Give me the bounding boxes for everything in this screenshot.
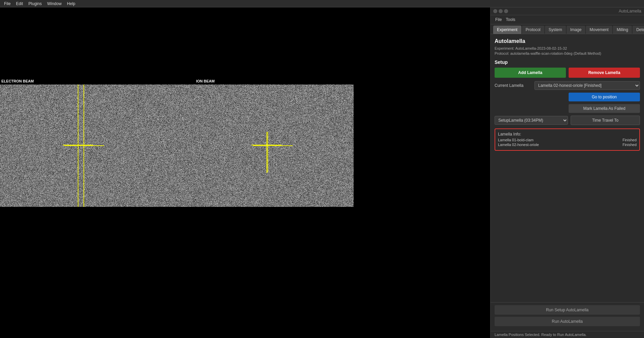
mark-failed-btn[interactable]: Mark Lamella As Failed [569,104,640,113]
add-remove-row: Add Lamella Remove Lamella [495,68,640,78]
go-to-position-row: Go to position [495,93,640,101]
current-lamella-dropdown[interactable]: Lamella 02-honest-oriole [Finished] [534,81,640,90]
window-maximize-btn[interactable] [504,9,508,13]
panel-title: Autolamella [495,38,640,44]
menu-plugins[interactable]: Plugins [26,1,44,7]
add-lamella-btn[interactable]: Add Lamella [495,68,566,78]
lamella-0-name: Lamella 01-bold-clam [498,138,533,142]
menu-file[interactable]: File [1,1,13,7]
tab-movement[interactable]: Movement [586,26,612,34]
run-setup-btn[interactable]: Run Setup AutoLamella [495,305,640,315]
app-title: AutoLamella [619,9,641,14]
protocol-meta: Protocol: autolamella-waffle-scan-rotati… [495,51,640,55]
experiment-meta: Experiment: AutoLamella-2023-08-02-15-32 [495,46,640,50]
image-area: ELECTRON BEAM ION BEAM [0,7,490,338]
experiment-label: Experiment: [495,46,515,50]
microscope-image[interactable] [0,84,354,207]
lamella-row-0: Lamella 01-bold-clam Finished [498,138,637,142]
toolbar: File Tools [491,15,644,24]
lamella-1-status: Finished [622,143,637,147]
current-lamella-label: Current Lamella [495,83,532,88]
toolbar-tools-btn[interactable]: Tools [504,17,517,23]
tab-detection[interactable]: Detection [633,26,644,34]
stage-dropdown-row: SetupLamella (03:34PM) Time Travel To [495,116,640,125]
lamella-info-box: Lamella Info: Lamella 01-bold-clam Finis… [495,128,640,151]
electron-beam-label: ELECTRON BEAM [1,79,34,83]
tab-system[interactable]: System [545,26,566,34]
menu-edit[interactable]: Edit [13,1,26,7]
tab-experiment[interactable]: Experiment [493,26,521,34]
status-message: Lamella Positions Selected. Ready to Run… [495,333,587,337]
window-title-bar: AutoLamella [491,7,644,15]
tab-bar: Experiment Protocol System Image Movemen… [491,24,644,34]
protocol-label: Protocol: [495,51,509,55]
noise-canvas [0,84,354,207]
menu-window[interactable]: Window [44,1,64,7]
lamella-info-title: Lamella Info: [498,132,637,137]
lamella-0-status: Finished [622,138,637,142]
ion-beam-label: ION BEAM [196,79,215,83]
menu-help[interactable]: Help [64,1,78,7]
lamella-row-1: Lamella 02-honest-oriole Finished [498,143,637,147]
panel-content: Autolamella Experiment: AutoLamella-2023… [491,34,644,302]
right-panel: AutoLamella File Tools Experiment Protoc… [490,7,644,338]
window-minimize-btn[interactable] [499,9,503,13]
main-container: ELECTRON BEAM ION BEAM AutoLamella File … [0,7,644,338]
time-travel-btn[interactable]: Time Travel To [571,116,640,125]
lamella-1-name: Lamella 02-honest-oriole [498,143,539,147]
bottom-buttons: Run Setup AutoLamella Run AutoLamella [491,302,644,331]
status-bar: Lamella Positions Selected. Ready to Run… [491,331,644,338]
protocol-value: autolamella-waffle-scan-rotation-0deg (D… [510,51,601,55]
go-to-position-btn[interactable]: Go to position [569,93,640,101]
current-lamella-row: Current Lamella Lamella 02-honest-oriole… [495,81,640,90]
experiment-value: AutoLamella-2023-08-02-15-32 [515,46,567,50]
toolbar-file-btn[interactable]: File [493,17,504,23]
menu-bar: File Edit Plugins Window Help [0,0,644,7]
beam-labels: ELECTRON BEAM ION BEAM [0,78,490,84]
tab-protocol[interactable]: Protocol [522,26,544,34]
setup-heading: Setup [495,59,640,65]
tab-milling[interactable]: Milling [613,26,632,34]
tab-image[interactable]: Image [567,26,585,34]
window-close-btn[interactable] [493,9,497,13]
run-autolamella-btn[interactable]: Run AutoLamella [495,317,640,326]
stage-dropdown[interactable]: SetupLamella (03:34PM) [495,116,568,125]
mark-failed-row: Mark Lamella As Failed [495,104,640,113]
remove-lamella-btn[interactable]: Remove Lamella [569,68,640,78]
